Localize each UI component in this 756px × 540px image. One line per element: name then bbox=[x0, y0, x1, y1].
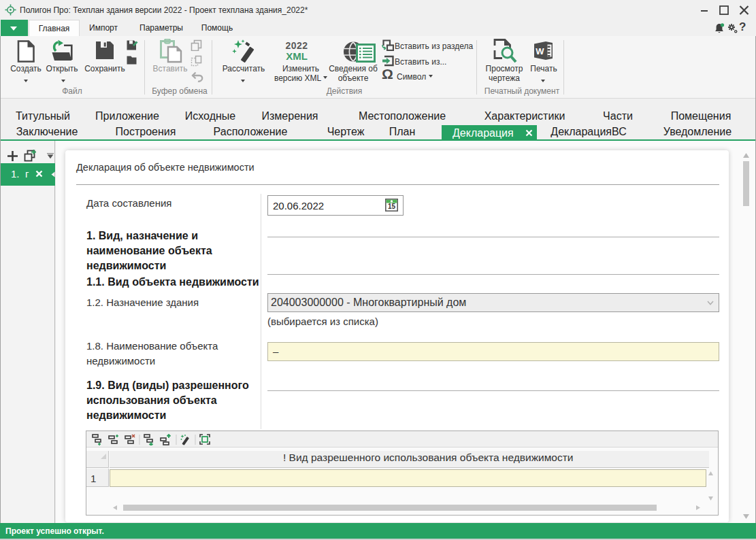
svg-text:W: W bbox=[536, 46, 544, 56]
svg-text:15: 15 bbox=[388, 203, 396, 210]
